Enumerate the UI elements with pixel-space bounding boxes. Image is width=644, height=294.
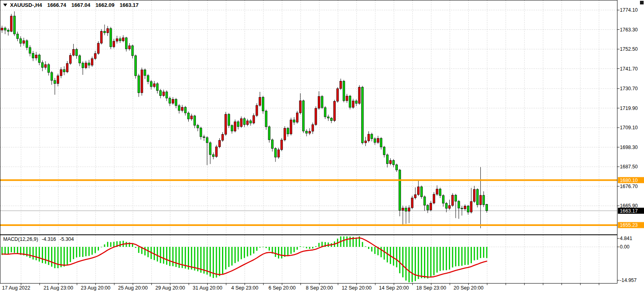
window-corner-decoration [640, 1, 644, 4]
time-axis-area[interactable] [0, 284, 644, 294]
symbol-timeframe-label: XAUUSD-,H4 [10, 2, 42, 8]
quote-close: 1663.17 [119, 2, 138, 8]
chart-plot-area[interactable] [0, 0, 617, 235]
quote-low: 1662.09 [95, 2, 114, 8]
macd-indicator-label: MACD(12,26,9) [3, 236, 38, 242]
symbol-dropdown-icon[interactable] [3, 4, 7, 6]
macd-signal-value: -5.304 [60, 236, 74, 242]
quote-open: 1666.74 [47, 2, 66, 8]
macd-plot-area[interactable] [0, 235, 617, 284]
quote-header: XAUUSD-,H4 1666.74 1667.04 1662.09 1663.… [3, 2, 138, 8]
quote-high: 1667.04 [71, 2, 90, 8]
trading-chart-window: 1774.101763.301752.501741.701730.701719.… [0, 0, 644, 294]
macd-header: MACD(12,26,9) -4.316 -5.304 [3, 236, 74, 242]
price-axis-area[interactable] [617, 0, 644, 284]
macd-value: -4.316 [42, 236, 56, 242]
chart-canvas: 1774.101763.301752.501741.701730.701719.… [0, 0, 644, 294]
